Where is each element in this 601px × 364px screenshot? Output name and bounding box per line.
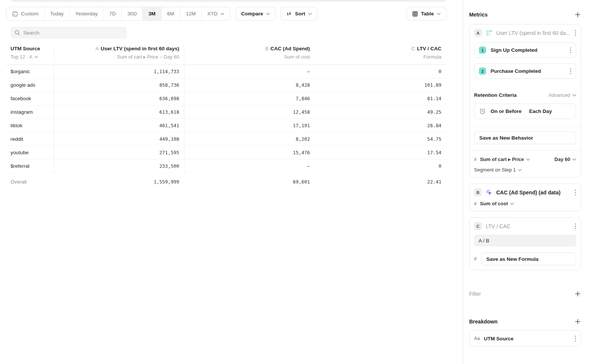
filter-section-title: Filter <box>469 291 481 297</box>
metric-title[interactable]: LTV / CAC <box>486 223 571 229</box>
range-label: Yesterday <box>76 11 98 17</box>
retention-criteria-row[interactable]: On or Before Each Day <box>474 104 576 119</box>
breakdown-item-utm-source[interactable]: Aa UTM Source <box>469 330 581 347</box>
funnel-step-1[interactable]: 1 Sign Up Completed <box>474 42 576 58</box>
chevron-down-icon <box>572 158 576 161</box>
step-label: Purchase Completed <box>491 68 541 74</box>
range-3m-button[interactable]: 3M <box>143 7 162 20</box>
segment-dropdown[interactable]: Segment on Step 1 <box>474 167 522 173</box>
compare-label: Compare <box>241 11 263 17</box>
compare-button[interactable]: Compare <box>236 7 276 21</box>
view-type-button[interactable]: Table <box>406 7 446 21</box>
column-header-b[interactable]: BCAC (Ad Spend) Sum of cost <box>184 45 315 61</box>
criteria-when-select[interactable]: On or Before <box>491 108 522 114</box>
metric-letter: A <box>95 46 99 51</box>
chevron-down-icon <box>518 169 522 171</box>
cell-value: 15,476 <box>184 146 315 159</box>
search-input[interactable] <box>23 30 123 36</box>
chevron-down-icon <box>510 203 514 205</box>
row-label: $organic <box>6 65 54 78</box>
number-type-icon: # <box>474 201 477 206</box>
table-row: $referral 233,500 – 0 <box>6 159 446 173</box>
column-title: LTV / CAC <box>417 46 441 51</box>
calendar-icon <box>12 11 18 17</box>
range-label: 12M <box>186 11 196 17</box>
cell-value: 271,595 <box>54 146 184 159</box>
range-yesterday-button[interactable]: Yesterday <box>70 7 104 20</box>
search-box <box>11 27 127 39</box>
cell-value: 8,428 <box>184 78 315 92</box>
row-label: youtube <box>6 146 54 159</box>
column-subtitle: Formula <box>315 53 441 61</box>
cell-value: 8,202 <box>184 132 315 146</box>
metric-title[interactable]: CAC (Ad Spend) (ad data) <box>496 190 571 196</box>
metric-title[interactable]: User LTV (spend in first 60 da... <box>496 30 571 36</box>
funnel-step-2[interactable]: 2 Purchase Completed <box>474 63 576 79</box>
row-label: google ads <box>6 78 54 92</box>
range-6m-button[interactable]: 6M <box>162 7 180 20</box>
overall-value: 69,601 <box>184 173 315 190</box>
metric-c-card: C LTV / CAC A / B # Save as New Formula <box>469 217 581 270</box>
cell-value: 49.25 <box>315 105 446 119</box>
save-formula-label: Save as New Formula <box>486 256 539 262</box>
kebab-menu-icon[interactable] <box>575 30 576 36</box>
alarm-clock-icon <box>479 108 486 115</box>
chevron-down-icon <box>572 94 576 96</box>
table-row: $organic 1,114,733 – 0 <box>6 65 446 78</box>
range-7d-button[interactable]: 7D <box>104 7 122 20</box>
cell-value: 17,191 <box>184 119 315 132</box>
column-header-utm-source[interactable]: UTM Source Top 12 · A <box>6 45 54 61</box>
retention-mode-dropdown[interactable]: Advanced <box>548 92 576 98</box>
measure-dropdown[interactable]: Sum of cost <box>480 201 514 206</box>
row-dimension-subtitle: Top 12 · A <box>11 53 33 61</box>
cell-value: 449,108 <box>54 132 184 146</box>
kebab-menu-icon[interactable] <box>575 223 576 229</box>
range-xtd-dropdown[interactable]: XTD <box>202 7 230 20</box>
range-today-button[interactable]: Today <box>45 7 70 20</box>
column-subtitle: Sum of cart ▸ Price – Day 60 <box>54 53 179 61</box>
formula-input[interactable]: A / B <box>474 235 576 247</box>
range-12m-button[interactable]: 12M <box>180 7 202 20</box>
date-range-segmented-control: Custom Today Yesterday 7D 30D 3M 6M 12M … <box>6 7 230 21</box>
range-label: 3M <box>148 11 156 17</box>
metric-letter: B <box>265 46 269 51</box>
scroll-edge-shadow <box>11 0 445 3</box>
add-metric-button[interactable] <box>574 11 581 18</box>
save-as-new-formula-button[interactable]: Save as New Formula <box>481 253 576 265</box>
measure-label: Sum of cost <box>480 201 508 206</box>
chevron-down-icon <box>308 13 312 15</box>
segment-label: Segment on Step 1 <box>474 167 516 173</box>
table-header: UTM Source Top 12 · A AUser LTV (spend i… <box>6 42 446 65</box>
cell-value: 0 <box>315 159 446 173</box>
column-header-a[interactable]: AUser LTV (spend in first 60 days) Sum o… <box>54 45 184 61</box>
table-row: reddit 449,108 8,202 54.75 <box>6 132 446 146</box>
divider <box>470 126 581 127</box>
cell-value: 461,541 <box>54 119 184 132</box>
sort-button[interactable]: Sort <box>281 7 317 21</box>
column-title: CAC (Ad Spend) <box>270 46 310 51</box>
chevron-down-icon <box>266 13 270 15</box>
measure-window-dropdown[interactable]: Day 60 <box>554 156 576 162</box>
add-filter-button[interactable] <box>574 290 581 297</box>
save-as-new-behavior-button[interactable]: Save as New Behavior <box>474 131 576 144</box>
kebab-menu-icon[interactable] <box>575 335 576 341</box>
range-custom-button[interactable]: Custom <box>6 7 45 20</box>
range-label: Today <box>50 11 64 17</box>
range-30d-button[interactable]: 30D <box>122 7 143 20</box>
add-breakdown-button[interactable] <box>574 318 581 325</box>
chevron-down-icon <box>437 13 441 15</box>
measure-dropdown[interactable]: Sum of cart ▸ Price <box>480 156 530 162</box>
row-label: instagram <box>6 105 54 119</box>
kebab-menu-icon[interactable] <box>570 68 571 74</box>
search-icon <box>14 30 20 36</box>
metric-letter: C <box>411 46 415 51</box>
cell-value: 54.75 <box>315 132 446 146</box>
range-label: 7D <box>109 11 116 17</box>
column-header-c[interactable]: CLTV / CAC Formula <box>315 45 446 61</box>
criteria-unit-select[interactable]: Each Day <box>529 108 552 114</box>
kebab-menu-icon[interactable] <box>570 47 571 53</box>
chevron-down-icon <box>220 13 224 15</box>
save-behavior-label: Save as New Behavior <box>479 135 533 141</box>
kebab-menu-icon[interactable] <box>575 190 576 196</box>
table-row: instagram 613,618 12,458 49.25 <box>6 105 446 119</box>
